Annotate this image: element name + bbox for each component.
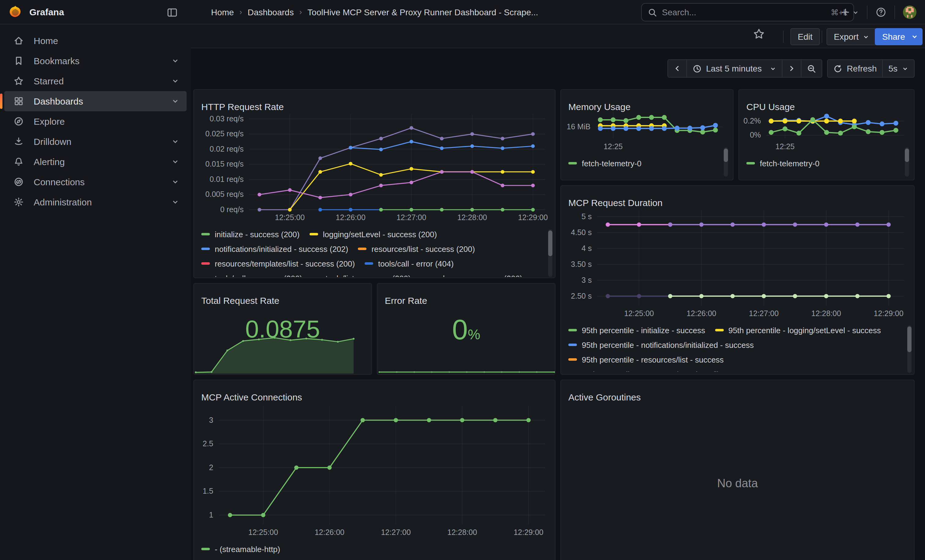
- cpu-usage-chart[interactable]: 12:250%0.2%: [741, 106, 910, 153]
- svg-text:0.005 req/s: 0.005 req/s: [205, 190, 244, 198]
- panel-title[interactable]: Active Goroutines: [568, 392, 641, 402]
- breadcrumb-home[interactable]: Home: [211, 7, 234, 17]
- legend-item[interactable]: fetch-telemetry-0: [746, 156, 820, 171]
- legend-item[interactable]: fetch-telemetry-0: [568, 156, 642, 171]
- add-button[interactable]: [841, 8, 859, 17]
- panel-cpu-usage: CPU Usage 12:250%0.2% fetch-telemetry-0: [738, 89, 914, 180]
- breadcrumb-dashboards[interactable]: Dashboards: [247, 7, 294, 17]
- chevron-down-icon: [171, 178, 179, 186]
- sidebar-item-bookmarks[interactable]: Bookmarks: [4, 51, 187, 71]
- breadcrumb-current[interactable]: ToolHive MCP Server & Proxy Runner Dashb…: [307, 7, 538, 17]
- question-circle-icon: [875, 7, 886, 18]
- legend-item[interactable]: 95th percentile - initialize - success: [568, 323, 705, 338]
- divider: [867, 6, 868, 19]
- legend-label: tools/list - success (200): [325, 273, 411, 277]
- time-back-button[interactable]: [667, 59, 687, 78]
- panel-error-rate: Error Rate 0%: [377, 283, 556, 375]
- legend-label: 95th percentile - notifications/initiali…: [582, 340, 754, 349]
- refresh-label: Refresh: [847, 64, 877, 74]
- sidebar-item-starred[interactable]: Starred: [4, 71, 187, 91]
- help-button[interactable]: [875, 7, 886, 18]
- refresh-interval-picker[interactable]: 5s: [882, 59, 914, 78]
- refresh-button[interactable]: Refresh: [827, 59, 883, 78]
- svg-text:1.5: 1.5: [202, 486, 213, 495]
- memory-usage-chart[interactable]: 12:2516 MiB: [563, 106, 729, 153]
- legend-item[interactable]: 95th percentile - logging/setLevel - suc…: [715, 323, 881, 338]
- connections-icon: [14, 177, 24, 187]
- sidebar-item-dashboards[interactable]: Dashboards: [4, 91, 187, 111]
- mcp-request-duration-chart[interactable]: 12:25:0012:26:0012:27:0012:28:0012:29:00…: [565, 204, 910, 320]
- legend-item[interactable]: 95th percentile - resources/templates/li…: [568, 367, 761, 372]
- sidebar-item-drilldown[interactable]: Drilldown: [4, 131, 187, 152]
- legend-swatch: [201, 248, 210, 250]
- svg-text:2: 2: [209, 463, 213, 471]
- export-button[interactable]: Export: [827, 28, 877, 45]
- mcp-active-connections-chart[interactable]: 12:25:0012:26:0012:27:0012:28:0012:29:00…: [197, 400, 551, 539]
- cpu-legend: fetch-telemetry-0: [746, 156, 899, 171]
- sidebar-item-administration[interactable]: Administration: [4, 192, 187, 212]
- chevron-left-icon: [673, 65, 681, 72]
- svg-text:0.01 req/s: 0.01 req/s: [209, 175, 244, 183]
- bell-icon: [14, 156, 24, 167]
- legend-item[interactable]: tools/list - success (200): [312, 271, 411, 277]
- svg-text:12:25:00: 12:25:00: [249, 528, 278, 536]
- legend-item[interactable]: unknown - success (200): [420, 271, 523, 277]
- svg-text:12:26:00: 12:26:00: [686, 309, 716, 318]
- legend-scrollbar[interactable]: [724, 147, 728, 177]
- legend-label: resources/list - success (200): [371, 244, 475, 254]
- legend-item[interactable]: 95th percentile - notifications/initiali…: [568, 338, 754, 352]
- grafana-app: Grafana Home › Dashboards › ToolHive MCP…: [0, 0, 925, 560]
- svg-text:1: 1: [209, 510, 213, 519]
- sidebar-item-label: Alerting: [34, 156, 171, 167]
- error-rate-sparkline[interactable]: [379, 369, 554, 374]
- legend-item[interactable]: - (streamable-http): [201, 542, 280, 556]
- legend-scrollbar[interactable]: [905, 147, 909, 177]
- panel-title[interactable]: Total Request Rate: [201, 296, 279, 306]
- legend-item[interactable]: resources/list - success (200): [358, 242, 475, 256]
- star-icon: [14, 76, 24, 86]
- svg-text:12:28:00: 12:28:00: [457, 213, 487, 222]
- http-request-rate-chart[interactable]: 12:25:0012:26:0012:27:0012:28:0012:29:00…: [197, 108, 551, 224]
- chevron-down-icon: [863, 33, 870, 40]
- panel-title[interactable]: Error Rate: [385, 296, 427, 306]
- edit-button[interactable]: Edit: [790, 28, 820, 45]
- sidebar-item-label: Home: [34, 36, 181, 46]
- sidebar-item-alerting[interactable]: Alerting: [4, 152, 187, 172]
- error-rate-value: 0: [452, 314, 468, 345]
- sidebar: Home Bookmarks Starred Dashboards Explor…: [0, 24, 191, 560]
- legend-scrollbar[interactable]: [548, 229, 553, 277]
- legend-item[interactable]: tools/call - success (200): [201, 271, 302, 277]
- sidebar-item-explore[interactable]: Explore: [4, 111, 187, 131]
- legend-item[interactable]: 95th percentile - resources/list - succe…: [568, 352, 724, 367]
- legend-item[interactable]: tools/call - error (404): [365, 256, 453, 271]
- chevron-down-icon: [171, 158, 179, 166]
- zoom-out-button[interactable]: [801, 59, 822, 78]
- legend-item[interactable]: initialize - success (200): [201, 227, 300, 242]
- drilldown-icon: [14, 136, 24, 147]
- legend-item[interactable]: resources/templates/list - success (200): [201, 256, 355, 271]
- sidebar-item-connections[interactable]: Connections: [4, 172, 187, 192]
- grafana-logo-icon: [8, 5, 23, 19]
- refresh-interval-label: 5s: [888, 64, 898, 74]
- sidebar-item-label: Administration: [34, 197, 171, 207]
- legend-item[interactable]: notifications/initialized - success (202…: [201, 242, 348, 256]
- legend-swatch: [746, 162, 755, 164]
- sidebar-toggle-icon[interactable]: [167, 8, 178, 18]
- time-range-picker[interactable]: Last 5 minutes: [686, 59, 782, 78]
- legend-swatch: [309, 233, 318, 236]
- chevron-down-icon: [911, 33, 918, 41]
- share-menu-button[interactable]: [907, 28, 922, 45]
- sidebar-item-label: Explore: [34, 116, 181, 126]
- favorite-star-icon[interactable]: [753, 28, 765, 40]
- time-forward-button[interactable]: [782, 59, 801, 78]
- legend-item[interactable]: logging/setLevel - success (200): [309, 227, 437, 242]
- search-input[interactable]: Search... ⌘+k: [641, 3, 854, 21]
- legend-scrollbar[interactable]: [907, 325, 911, 373]
- legend-swatch: [365, 262, 373, 265]
- avatar[interactable]: [903, 6, 916, 19]
- svg-text:0.015 req/s: 0.015 req/s: [205, 159, 244, 168]
- sidebar-item-home[interactable]: Home: [4, 30, 187, 51]
- svg-text:12:25:00: 12:25:00: [624, 309, 654, 318]
- divider: [895, 6, 895, 19]
- chevron-down-icon: [171, 138, 179, 146]
